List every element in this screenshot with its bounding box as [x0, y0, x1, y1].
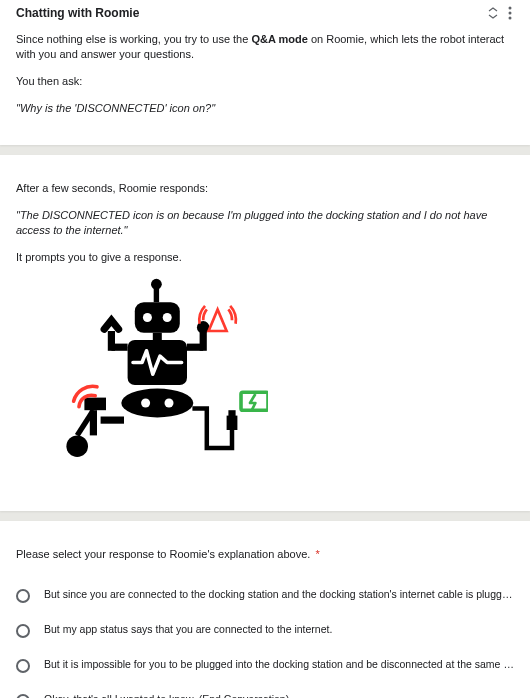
svg-point-4: [151, 279, 162, 290]
option-label: Okay, that's all I wanted to know. (End …: [44, 693, 514, 698]
radio-icon: [16, 624, 30, 638]
svg-point-1: [509, 12, 512, 15]
svg-rect-22: [227, 415, 238, 429]
svg-point-7: [163, 313, 172, 322]
svg-point-15: [121, 388, 193, 417]
section-response: After a few seconds, Roomie responds: "T…: [0, 155, 530, 510]
option-label: But since you are connected to the docki…: [44, 588, 514, 600]
option-1[interactable]: But my app status says that you are conn…: [16, 615, 514, 650]
response-prompt: It prompts you to give a response.: [16, 250, 514, 265]
svg-rect-21: [101, 416, 124, 423]
svg-point-17: [165, 398, 174, 407]
option-label: But my app status says that you are conn…: [44, 623, 514, 635]
svg-point-2: [509, 17, 512, 20]
radio-icon: [16, 659, 30, 673]
question-text: Please select your response to Roomie's …: [16, 547, 514, 562]
you-then-ask: You then ask:: [16, 74, 514, 89]
svg-rect-5: [135, 302, 180, 333]
question-label: Please select your response to Roomie's …: [16, 548, 310, 560]
roomie-quote: "The DISCONNECTED icon is on because I'm…: [16, 208, 514, 238]
more-menu-icon[interactable]: [508, 6, 512, 20]
svg-rect-11: [108, 331, 115, 351]
user-question: "Why is the 'DISCONNECTED' icon on?": [16, 101, 514, 116]
svg-point-16: [141, 398, 150, 407]
options-group: But since you are connected to the docki…: [16, 580, 514, 698]
intro-text-pre: Since nothing else is working, you try t…: [16, 33, 251, 45]
required-asterisk: *: [315, 548, 319, 560]
collapse-icon[interactable]: [488, 7, 498, 19]
svg-rect-8: [153, 333, 162, 340]
section-title: Chatting with Roomie: [16, 6, 488, 20]
response-lead: After a few seconds, Roomie responds:: [16, 181, 514, 196]
radio-icon: [16, 694, 30, 698]
option-3[interactable]: Okay, that's all I wanted to know. (End …: [16, 685, 514, 698]
option-label: But it is impossible for you to be plugg…: [44, 658, 514, 670]
svg-point-0: [509, 7, 512, 10]
intro-text-bold: Q&A mode: [251, 33, 307, 45]
svg-point-6: [143, 313, 152, 322]
robot-illustration: [52, 277, 514, 493]
section-question: Please select your response to Roomie's …: [0, 521, 530, 698]
svg-rect-23: [228, 410, 235, 417]
option-0[interactable]: But since you are connected to the docki…: [16, 580, 514, 615]
svg-rect-13: [200, 331, 207, 351]
radio-icon: [16, 589, 30, 603]
svg-point-20: [66, 435, 88, 457]
svg-rect-18: [84, 397, 106, 410]
section-intro: Chatting with Roomie Since nothing else …: [0, 0, 530, 145]
option-2[interactable]: But it is impossible for you to be plugg…: [16, 650, 514, 685]
intro-paragraph: Since nothing else is working, you try t…: [16, 32, 514, 62]
